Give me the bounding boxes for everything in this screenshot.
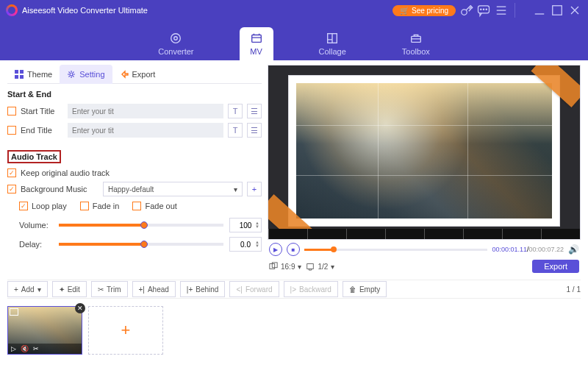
fadein-label: Fade in (93, 202, 120, 210)
start-title-align-button[interactable]: ☰ (247, 104, 262, 118)
svg-rect-5 (553, 6, 562, 15)
cart-icon: 🛒 (400, 7, 409, 15)
backward-icon: |> (290, 285, 296, 294)
bgm-checkbox[interactable] (7, 185, 16, 193)
bgm-add-button[interactable]: + (247, 182, 262, 196)
thumb-trim-icon[interactable]: ✂ (33, 345, 39, 352)
maximize-icon[interactable] (550, 3, 564, 18)
clip-strip: ✕ ▷ 🔇 ✂ + (7, 303, 581, 358)
forward-label: Forward (245, 285, 273, 294)
plus-icon: + (14, 285, 18, 294)
tab-converter[interactable]: Converter (148, 27, 204, 60)
start-title-input[interactable] (68, 104, 223, 118)
plus-icon: + (121, 321, 131, 340)
loop-checkbox[interactable] (19, 202, 28, 210)
tab-collage-label: Collage (319, 47, 346, 56)
feedback-icon[interactable] (476, 3, 491, 18)
trim-label: Trim (107, 285, 121, 294)
delay-stepper[interactable]: ▲▼ (229, 237, 262, 252)
tab-toolbox[interactable]: Toolbox (392, 27, 440, 60)
aspect-ratio-value: 16:9 (281, 263, 295, 271)
chevron-down-icon: ▾ (331, 263, 334, 271)
backward-button[interactable]: |>Backward (284, 281, 338, 297)
empty-button[interactable]: 🗑Empty (343, 281, 387, 297)
panel-tab-export[interactable]: Export (112, 65, 163, 84)
svg-point-15 (70, 73, 73, 76)
svg-rect-13 (15, 75, 18, 79)
thumb-template-icon (10, 308, 18, 316)
key-icon[interactable] (459, 3, 473, 18)
thumb-mute-icon[interactable]: 🔇 (21, 345, 29, 352)
titlebar: Aiseesoft Video Converter Ultimate 🛒 See… (0, 0, 588, 21)
minimize-icon[interactable] (532, 3, 547, 18)
svg-rect-18 (307, 264, 314, 269)
add-clip-tile[interactable]: + (88, 306, 163, 355)
trim-button[interactable]: ✂Trim (91, 281, 128, 297)
close-icon[interactable] (567, 3, 582, 18)
svg-rect-11 (15, 70, 18, 74)
trash-icon: 🗑 (349, 285, 356, 294)
panel-tab-setting[interactable]: Setting (60, 65, 112, 84)
empty-label: Empty (359, 285, 380, 294)
ahead-button[interactable]: +|Ahead (132, 281, 176, 297)
see-pricing-button[interactable]: 🛒 See pricing (392, 5, 456, 16)
end-title-text-style-button[interactable]: T (228, 123, 243, 138)
volume-icon[interactable]: 🔊 (568, 244, 579, 255)
preview-image (296, 83, 552, 219)
volume-slider[interactable] (59, 224, 223, 227)
panel-tab-theme[interactable]: Theme (7, 65, 60, 84)
clip-thumbnail[interactable]: ✕ ▷ 🔇 ✂ (7, 306, 82, 355)
edit-button[interactable]: ✦Edit (52, 281, 87, 297)
preview-viewport[interactable] (268, 65, 581, 240)
start-title-checkbox[interactable] (7, 107, 16, 116)
panel-tab-setting-label: Setting (79, 70, 104, 79)
wand-icon: ✦ (59, 285, 65, 294)
menu-icon[interactable] (494, 3, 509, 18)
end-title-checkbox[interactable] (7, 126, 16, 135)
export-button[interactable]: Export (532, 260, 579, 273)
play-button[interactable]: ▶ (269, 243, 282, 256)
add-button[interactable]: +Add▾ (7, 281, 48, 297)
start-title-label: Start Title (21, 107, 63, 116)
tab-collage[interactable]: Collage (309, 27, 356, 60)
thumb-play-icon[interactable]: ▷ (11, 345, 16, 352)
preview-page-value: 1/2 (318, 263, 328, 271)
end-title-align-button[interactable]: ☰ (247, 123, 262, 138)
add-label: Add (21, 285, 35, 294)
delay-label: Delay: (19, 240, 53, 249)
start-title-text-style-button[interactable]: T (228, 104, 243, 118)
chevron-down-icon: ▾ (298, 263, 301, 271)
edit-label: Edit (68, 285, 80, 294)
delay-slider[interactable] (59, 243, 223, 246)
svg-point-2 (481, 9, 481, 10)
tab-mv[interactable]: MV (240, 27, 273, 60)
playhead-slider[interactable] (304, 249, 487, 251)
preview-page-select[interactable]: 1/2 ▾ (306, 262, 334, 271)
audio-track-heading: Audio Track (7, 150, 61, 163)
caret-down-icon[interactable]: ▼ (255, 225, 259, 229)
volume-stepper[interactable]: ▲▼ (229, 218, 262, 232)
volume-label: Volume: (19, 221, 53, 230)
end-title-input[interactable] (68, 123, 223, 138)
caret-down-icon[interactable]: ▼ (255, 244, 259, 248)
app-window: Aiseesoft Video Converter Ultimate 🛒 See… (0, 0, 588, 373)
behind-button[interactable]: |+Behind (180, 281, 226, 297)
bgm-select[interactable]: Happy-default ▾ (103, 182, 243, 196)
fadein-checkbox[interactable] (80, 202, 89, 210)
mode-tabs: Converter MV Collage Toolbox (0, 21, 588, 60)
bgm-label: Background Music (21, 185, 98, 193)
keep-audio-label: Keep original audio track (21, 168, 110, 177)
behind-label: Behind (196, 285, 218, 294)
fadeout-checkbox[interactable] (132, 202, 141, 210)
keep-audio-checkbox[interactable] (7, 168, 16, 177)
chevron-down-icon: ▾ (37, 285, 41, 294)
aspect-ratio-select[interactable]: 16:9 ▾ (269, 262, 301, 271)
stop-button[interactable]: ■ (287, 243, 300, 256)
tab-mv-label: MV (250, 47, 262, 56)
forward-button[interactable]: <|Forward (229, 281, 279, 297)
remove-clip-button[interactable]: ✕ (75, 303, 85, 313)
panel-tab-export-label: Export (132, 70, 156, 79)
app-logo-icon (6, 4, 18, 16)
svg-rect-14 (20, 75, 24, 79)
panel-tab-theme-label: Theme (27, 70, 52, 79)
